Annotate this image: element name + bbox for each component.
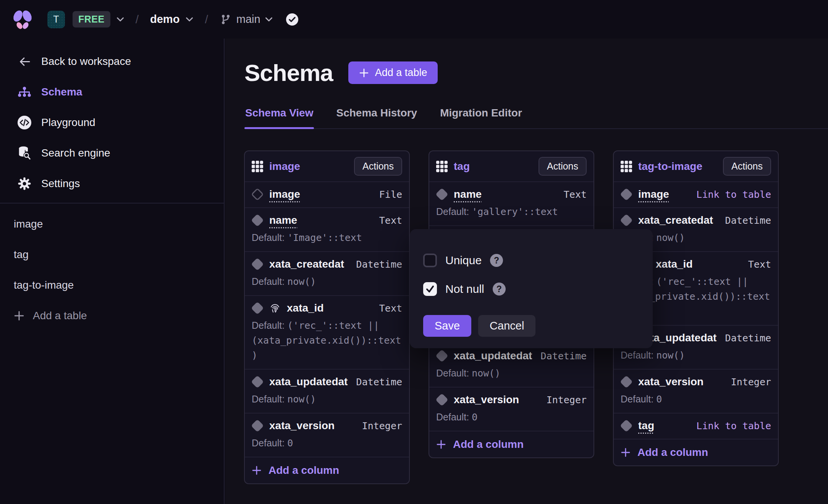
add-column-button[interactable]: Add a column <box>245 457 409 483</box>
sidebar-divider <box>0 203 224 204</box>
column-type: Text <box>564 189 587 200</box>
column-default: Default: ('rec_'::text || (xata_private.… <box>252 318 402 363</box>
column-type: Datetime <box>725 333 771 344</box>
sidebar-item-search-engine[interactable]: Search engine <box>0 138 224 168</box>
table-card-image: image Actions image File name Text Defau… <box>244 150 410 484</box>
add-column-button[interactable]: Add a column <box>429 431 594 457</box>
sidebar-item-schema[interactable]: Schema <box>0 77 224 107</box>
tab-schema-view[interactable]: Schema View <box>244 104 314 128</box>
table-actions-button[interactable]: Actions <box>539 157 587 176</box>
column-type-icon <box>251 258 264 271</box>
unique-label: Unique <box>445 254 482 267</box>
table-title[interactable]: tag <box>454 160 470 173</box>
column-name[interactable]: xata_createdat <box>269 258 344 270</box>
database-search-icon <box>16 146 33 160</box>
column-type-icon <box>251 375 264 388</box>
workspace-menu-chevron[interactable] <box>116 17 124 22</box>
column-name[interactable]: xata_updatedat <box>454 350 532 362</box>
database-name[interactable]: demo <box>150 13 180 26</box>
column-type-icon <box>251 419 264 432</box>
workspace-badge[interactable]: T <box>47 11 65 28</box>
add-table-button-label: Add a table <box>375 67 427 79</box>
column-type: Datetime <box>356 259 402 270</box>
column-row: xata_version Integer Default: 0 <box>429 388 594 431</box>
column-type: Datetime <box>356 376 402 388</box>
column-type: Link to table <box>696 189 771 200</box>
table-actions-button[interactable]: Actions <box>723 157 771 176</box>
column-type-icon <box>251 188 264 201</box>
column-default: Default: 'gallery'::text <box>436 204 587 219</box>
column-row: xata_createdat Datetime Default: now() <box>245 252 409 296</box>
sidebar-item-label: Playground <box>41 116 95 129</box>
arrow-left-icon <box>16 57 33 67</box>
column-name[interactable]: xata_version <box>269 420 335 432</box>
unique-help-icon[interactable]: ? <box>490 254 503 267</box>
table-grid-icon <box>252 161 263 172</box>
cancel-button[interactable]: Cancel <box>478 315 535 337</box>
plus-icon <box>252 465 262 475</box>
column-name[interactable]: image <box>638 188 669 200</box>
column-type: Text <box>748 259 771 270</box>
column-type: Integer <box>362 420 402 431</box>
column-row: tag Link to table <box>614 414 778 439</box>
column-name[interactable]: image <box>269 188 300 200</box>
back-to-workspace-label: Back to workspace <box>41 55 131 68</box>
sidebar-item-playground[interactable]: Playground <box>0 107 224 138</box>
xata-logo[interactable] <box>11 8 34 31</box>
tab-bar: Schema View Schema History Migration Edi… <box>244 104 828 129</box>
column-name[interactable]: xata_id <box>287 302 324 314</box>
chevron-down-icon <box>265 17 273 22</box>
column-type: File <box>379 189 402 200</box>
table-title[interactable]: image <box>269 160 300 173</box>
column-type: Text <box>379 215 402 226</box>
column-type: Datetime <box>725 215 771 226</box>
column-default: Default: now() <box>252 392 402 407</box>
sidebar-add-table[interactable]: Add a table <box>0 300 224 331</box>
column-name[interactable]: name <box>269 214 297 226</box>
column-default: Default: now() <box>252 274 402 289</box>
not-null-help-icon[interactable]: ? <box>493 283 506 296</box>
sidebar-add-table-label: Add a table <box>33 310 87 322</box>
chevron-down-icon <box>186 17 193 22</box>
column-name[interactable]: name <box>454 188 482 200</box>
plan-badge[interactable]: FREE <box>73 11 110 27</box>
column-row: name Text Default: 'gallery'::text <box>429 182 594 226</box>
plus-icon <box>621 447 631 457</box>
column-settings-popover: Unique ? Not null ? Save Cancel <box>410 229 653 348</box>
not-null-checkbox[interactable] <box>423 282 437 296</box>
add-table-button[interactable]: Add a table <box>348 61 438 84</box>
sidebar-table-image[interactable]: image <box>0 209 224 239</box>
branch-status-indicator[interactable] <box>286 13 299 26</box>
column-default: Default: 0 <box>252 436 402 451</box>
column-type-icon <box>435 349 448 362</box>
tab-schema-history[interactable]: Schema History <box>335 104 418 128</box>
column-default: Default: 'Image'::text <box>252 230 402 245</box>
gear-icon <box>16 177 33 190</box>
column-row: xata_version Integer Default: 0 <box>245 414 409 457</box>
git-branch-icon <box>220 13 232 26</box>
sidebar-table-tag-to-image[interactable]: tag-to-image <box>0 270 224 300</box>
add-column-button[interactable]: Add a column <box>614 439 778 465</box>
back-to-workspace[interactable]: Back to workspace <box>0 46 224 77</box>
column-name[interactable]: xata_version <box>638 376 703 388</box>
table-title[interactable]: tag-to-image <box>638 160 702 173</box>
database-menu-chevron[interactable] <box>186 17 193 22</box>
branch-selector[interactable]: main <box>220 13 273 26</box>
column-name[interactable]: xata_updatedat <box>269 376 348 388</box>
column-name[interactable]: xata_id <box>656 258 693 270</box>
save-button[interactable]: Save <box>423 315 471 337</box>
sidebar-table-tag[interactable]: tag <box>0 239 224 270</box>
column-type-icon <box>435 393 448 406</box>
column-name[interactable]: xata_version <box>454 394 519 406</box>
butterfly-icon <box>11 8 34 31</box>
unique-checkbox[interactable] <box>423 254 437 267</box>
table-actions-button[interactable]: Actions <box>354 157 402 176</box>
sidebar-item-settings[interactable]: Settings <box>0 168 224 199</box>
breadcrumb-separator: / <box>205 13 208 26</box>
column-name[interactable]: tag <box>638 420 654 432</box>
sidebar-item-label: Settings <box>41 178 80 190</box>
tab-migration-editor[interactable]: Migration Editor <box>439 104 523 128</box>
column-type: Datetime <box>541 351 587 362</box>
column-row: xata_updatedat Datetime Default: now() <box>429 344 594 388</box>
column-name[interactable]: xata_createdat <box>638 214 713 226</box>
